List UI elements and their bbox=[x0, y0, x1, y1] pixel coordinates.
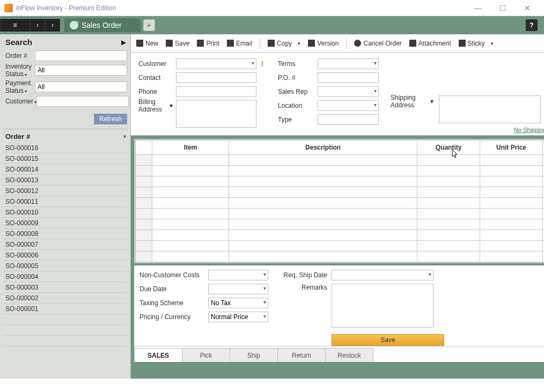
label-customer: Customer▾ bbox=[5, 98, 36, 105]
app-icon bbox=[4, 4, 13, 12]
location-select[interactable] bbox=[318, 100, 379, 111]
save-order-button[interactable]: Save bbox=[332, 334, 444, 346]
save-button[interactable]: Save bbox=[166, 40, 189, 47]
grid-col-quantity[interactable]: Quantity bbox=[417, 140, 480, 155]
noncust-select[interactable] bbox=[208, 270, 268, 280]
terms-select[interactable] bbox=[318, 58, 379, 69]
label-billing: Billing Address▾ bbox=[138, 100, 173, 112]
order-list-item[interactable]: SO-000009 bbox=[3, 218, 127, 228]
pricing-select[interactable] bbox=[208, 312, 268, 322]
refresh-button[interactable]: Refresh bbox=[94, 114, 127, 124]
label-type: Type bbox=[278, 114, 314, 125]
add-tab-button[interactable]: + bbox=[143, 19, 155, 31]
order-list-item[interactable]: SO-000010 bbox=[3, 207, 127, 218]
order-list-item[interactable]: SO-000001 bbox=[3, 304, 127, 314]
window-close[interactable]: ✕ bbox=[515, 0, 540, 16]
no-shipping-link[interactable]: No Shipping bbox=[439, 127, 544, 133]
search-sidebar: Search ▶ Order # Inventory Status▾ Payme… bbox=[0, 34, 131, 379]
list-header-order-no[interactable]: Order # bbox=[5, 132, 30, 140]
collapse-search-icon[interactable]: ▶ bbox=[121, 39, 126, 46]
label-noncust: Non-Customer Costs bbox=[139, 271, 204, 279]
print-button[interactable]: Print bbox=[197, 40, 219, 47]
order-list[interactable]: SO-000016SO-000015SO-000014SO-000013SO-0… bbox=[0, 143, 130, 379]
tab-pick[interactable]: Pick bbox=[182, 348, 230, 362]
grid-col-item[interactable]: Item bbox=[152, 140, 229, 155]
tab-label: Sales Order bbox=[82, 21, 122, 29]
order-list-item[interactable]: SO-000007 bbox=[3, 239, 127, 250]
search-payment-status[interactable] bbox=[35, 82, 127, 92]
cancel-icon bbox=[354, 40, 361, 47]
order-list-item[interactable]: SO-000016 bbox=[3, 143, 127, 153]
label-inventory-status: Inventory Status▾ bbox=[5, 63, 35, 78]
label-due: Due Date bbox=[139, 285, 204, 293]
due-date-input[interactable] bbox=[208, 284, 268, 294]
window-title: inFlow Inventory - Premium Edition bbox=[16, 4, 466, 12]
email-icon bbox=[227, 40, 234, 47]
billing-address[interactable] bbox=[176, 100, 256, 128]
copy-icon bbox=[268, 40, 275, 47]
nav-forward[interactable]: › bbox=[45, 19, 60, 32]
label-remarks: Remarks bbox=[278, 284, 327, 291]
tab-ship[interactable]: Ship bbox=[230, 348, 278, 362]
nav-back[interactable]: ‹ bbox=[30, 19, 45, 32]
order-list-item[interactable]: SO-000003 bbox=[3, 282, 127, 293]
label-reqship: Req. Ship Date bbox=[278, 271, 327, 279]
order-list-item[interactable]: SO-000006 bbox=[3, 250, 127, 261]
label-po: P.O. # bbox=[278, 72, 314, 84]
type-input[interactable] bbox=[318, 114, 379, 125]
sort-caret-icon[interactable]: ▾ bbox=[123, 134, 126, 139]
salesrep-select[interactable] bbox=[318, 86, 379, 97]
label-phone: Phone bbox=[138, 86, 173, 98]
order-list-item[interactable]: SO-000014 bbox=[3, 164, 127, 175]
po-input[interactable] bbox=[318, 72, 379, 83]
tax-select[interactable] bbox=[208, 298, 268, 308]
label-pricing: Pricing / Currency bbox=[139, 313, 204, 321]
footer-tabs: SALES Pick Ship Return Restock bbox=[134, 346, 544, 362]
copy-button[interactable]: Copy ▾ bbox=[268, 40, 300, 47]
new-icon bbox=[136, 40, 143, 47]
cancel-order-button[interactable]: Cancel Order bbox=[354, 40, 401, 47]
label-salesrep: Sales Rep bbox=[278, 86, 314, 98]
attachment-icon bbox=[409, 40, 416, 47]
version-icon bbox=[308, 40, 315, 47]
grid-col-unit-price[interactable]: Unit Price bbox=[480, 140, 543, 155]
window-maximize[interactable]: ☐ bbox=[490, 0, 515, 16]
search-inventory-status[interactable] bbox=[35, 65, 127, 76]
new-button[interactable]: New bbox=[136, 40, 158, 47]
order-list-item[interactable]: SO-000015 bbox=[3, 153, 127, 164]
line-items-grid[interactable]: ItemDescriptionQuantityUnit PriceDiscoun… bbox=[135, 140, 544, 262]
label-location: Location bbox=[278, 100, 314, 112]
reqship-input[interactable] bbox=[332, 270, 433, 280]
tab-sales[interactable]: SALES bbox=[134, 348, 182, 362]
remarks-input[interactable] bbox=[332, 284, 433, 328]
email-button[interactable]: Email bbox=[227, 40, 252, 47]
tab-sales-order[interactable]: Sales Order bbox=[64, 18, 141, 32]
search-customer[interactable] bbox=[36, 96, 129, 107]
grid-col-description[interactable]: Description bbox=[229, 140, 417, 155]
order-list-item[interactable]: SO-000011 bbox=[3, 196, 127, 207]
contact-input[interactable] bbox=[176, 72, 256, 83]
customer-select[interactable] bbox=[176, 58, 256, 69]
sticky-button[interactable]: Sticky ▾ bbox=[459, 40, 494, 47]
order-list-item[interactable]: SO-000004 bbox=[3, 271, 127, 282]
window-minimize[interactable]: — bbox=[466, 0, 490, 16]
help-button[interactable]: ? bbox=[526, 19, 538, 31]
attachment-button[interactable]: Attachment bbox=[409, 40, 451, 47]
order-list-item[interactable]: SO-000005 bbox=[3, 261, 127, 271]
order-list-item[interactable]: SO-000008 bbox=[3, 228, 127, 239]
search-order-no[interactable] bbox=[35, 50, 127, 61]
required-warning-icon: ! bbox=[261, 60, 264, 68]
shipping-address[interactable] bbox=[439, 95, 541, 123]
order-list-item[interactable]: SO-000002 bbox=[3, 293, 127, 304]
order-list-item[interactable]: SO-000012 bbox=[3, 186, 127, 196]
order-list-item[interactable]: SO-000013 bbox=[3, 175, 127, 186]
phone-input[interactable] bbox=[176, 86, 256, 97]
menu-button[interactable]: ≡ bbox=[0, 19, 30, 32]
tab-restock[interactable]: Restock bbox=[325, 348, 373, 362]
label-terms: Terms bbox=[278, 58, 314, 70]
version-button[interactable]: Version bbox=[308, 40, 339, 47]
sales-order-icon bbox=[70, 21, 78, 29]
search-title: Search bbox=[5, 38, 121, 47]
tab-return[interactable]: Return bbox=[277, 348, 326, 362]
print-icon bbox=[197, 40, 204, 47]
